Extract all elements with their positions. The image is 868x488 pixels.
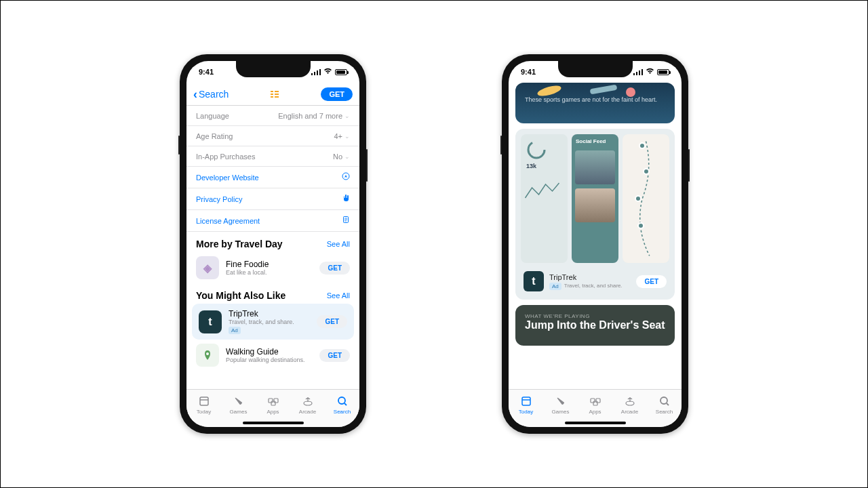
svg-rect-12 (200, 397, 208, 405)
info-row-iap[interactable]: In-App Purchases No⌄ (186, 146, 359, 167)
svg-rect-16 (271, 401, 275, 405)
chevron-down-icon: ⌄ (344, 133, 350, 140)
promo-card-triptrek[interactable]: 13k Social Feed (515, 129, 675, 300)
phone-left: 9:41 ‹ Search GET Language English (180, 54, 366, 434)
svg-point-23 (528, 142, 545, 158)
link-row-developer-website[interactable]: Developer Website (186, 167, 359, 188)
tab-games[interactable]: Games (221, 390, 256, 420)
get-button[interactable]: GET (636, 275, 667, 288)
tab-search[interactable]: Search (647, 390, 682, 420)
signal-icon (633, 69, 643, 75)
app-icon: t (199, 310, 222, 333)
see-all-link[interactable]: See All (327, 240, 350, 248)
app-row-triptrek[interactable]: t TripTrek Travel, track, and share. Ad … (192, 304, 354, 340)
get-button[interactable]: GET (319, 262, 350, 274)
svg-rect-0 (271, 91, 273, 92)
svg-rect-2 (271, 94, 273, 95)
chevron-down-icon: ⌄ (344, 113, 350, 119)
info-row-language[interactable]: Language English and 7 more⌄ (186, 106, 359, 126)
promo-screenshots: 13k Social Feed (521, 134, 669, 263)
story-card-drivers-seat[interactable]: WHAT WE'RE PLAYING Jump Into the Driver'… (515, 305, 675, 346)
notch (558, 61, 633, 77)
today-feed[interactable]: These sports games are not for the faint… (509, 83, 682, 389)
notch (236, 61, 311, 77)
svg-point-18 (338, 397, 345, 404)
signal-icon (311, 69, 321, 75)
battery-icon (657, 69, 669, 75)
story-card-sports[interactable]: These sports games are not for the faint… (515, 83, 675, 123)
svg-rect-15 (274, 399, 278, 403)
get-button-nav[interactable]: GET (321, 87, 353, 101)
svg-point-11 (206, 352, 209, 355)
svg-rect-4 (271, 96, 273, 98)
svg-rect-24 (522, 397, 530, 405)
app-icon: t (524, 271, 544, 291)
tab-games[interactable]: Games (543, 390, 578, 420)
svg-point-22 (626, 87, 635, 97)
ad-badge: Ad (229, 327, 241, 334)
svg-line-19 (344, 403, 347, 405)
back-label: Search (199, 89, 229, 100)
svg-rect-28 (593, 401, 597, 405)
promo-screen-map (623, 134, 669, 263)
ad-badge: Ad (549, 283, 561, 290)
decorative-sports-art (529, 84, 651, 104)
battery-icon (335, 69, 347, 75)
home-indicator[interactable] (243, 422, 304, 424)
nav-bar: ‹ Search GET (186, 83, 359, 106)
app-icon (196, 344, 219, 367)
content-area: Language English and 7 more⌄ Age Rating … (186, 106, 359, 389)
svg-rect-14 (269, 399, 273, 403)
svg-line-31 (667, 403, 669, 405)
tab-apps[interactable]: Apps (256, 390, 290, 420)
wifi-icon (323, 68, 332, 76)
hand-icon (342, 194, 350, 204)
svg-rect-5 (275, 96, 279, 98)
app-row-fine-foodie[interactable]: ◈ Fine Foodie Eat like a local. GET (186, 252, 359, 283)
app-row-walking-guide[interactable]: Walking Guide Popular walking destinatio… (186, 340, 359, 371)
svg-rect-26 (591, 399, 595, 403)
info-row-age-rating[interactable]: Age Rating 4+⌄ (186, 126, 359, 146)
tab-apps[interactable]: Apps (578, 390, 612, 420)
get-button[interactable]: GET (317, 315, 347, 328)
link-row-license-agreement[interactable]: License Agreement (186, 210, 359, 232)
svg-point-20 (536, 84, 562, 98)
section-also-like: You Might Also Like See All (186, 283, 359, 304)
tab-arcade[interactable]: Arcade (290, 390, 325, 420)
back-button[interactable]: ‹ Search (193, 88, 229, 100)
tab-today[interactable]: Today (509, 390, 543, 420)
svg-rect-27 (596, 399, 600, 403)
svg-point-30 (660, 397, 667, 404)
phone-right: 9:41 These sports games are not for the … (502, 54, 688, 434)
app-icon: ◈ (196, 256, 219, 279)
wifi-icon (646, 68, 654, 76)
section-more-by: More by Travel Day See All (186, 232, 359, 252)
promo-screen-social-feed: Social Feed (572, 134, 618, 263)
tab-today[interactable]: Today (186, 390, 221, 420)
get-button[interactable]: GET (319, 349, 350, 362)
svg-rect-21 (590, 85, 618, 95)
home-indicator[interactable] (565, 422, 626, 424)
nav-center-icon (229, 89, 321, 100)
tab-arcade[interactable]: Arcade (612, 390, 647, 420)
see-all-link[interactable]: See All (327, 291, 350, 300)
svg-rect-1 (275, 91, 279, 92)
tab-search[interactable]: Search (325, 390, 359, 420)
status-time: 9:41 (521, 68, 536, 76)
status-time: 9:41 (199, 68, 214, 76)
svg-rect-3 (275, 94, 279, 95)
chevron-down-icon: ⌄ (344, 153, 350, 160)
promo-screen-stats: 13k (521, 134, 568, 263)
link-row-privacy-policy[interactable]: Privacy Policy (186, 188, 359, 210)
compass-icon (342, 172, 350, 182)
chevron-left-icon: ‹ (193, 88, 197, 100)
document-icon (342, 216, 350, 226)
